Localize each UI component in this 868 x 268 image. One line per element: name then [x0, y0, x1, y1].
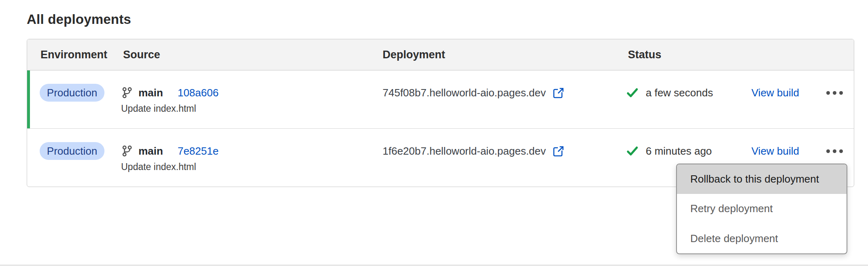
row-actions-menu-button[interactable] [823, 142, 846, 160]
external-link-icon[interactable] [551, 144, 565, 158]
ellipsis-dot [839, 91, 843, 95]
branch-name: main [138, 145, 163, 157]
success-check-icon [626, 87, 638, 98]
menu-item-rollback[interactable]: Rollback to this deployment [677, 164, 847, 194]
menu-item-retry[interactable]: Retry deployment [677, 194, 847, 223]
header-environment: Environment [40, 39, 107, 70]
header-deployment: Deployment [383, 39, 445, 70]
header-source: Source [123, 39, 160, 70]
git-branch-icon [122, 87, 132, 98]
external-link-icon[interactable] [551, 86, 565, 100]
deployment-cell: 1f6e20b7.helloworld-aio.pages.dev [383, 142, 565, 160]
ellipsis-dot [833, 149, 836, 153]
environment-badge: Production [40, 142, 104, 160]
commit-link[interactable]: 108a606 [178, 87, 219, 99]
success-check-icon [626, 146, 638, 156]
table-header-row: Environment Source Deployment Status [27, 39, 854, 70]
status-cell: 6 minutes ago [626, 142, 712, 160]
status-time: 6 minutes ago [646, 145, 712, 157]
commit-link[interactable]: 7e8251e [178, 145, 219, 157]
environment-badge: Production [40, 84, 104, 102]
header-status: Status [628, 39, 662, 70]
status-cell: a few seconds [626, 84, 713, 102]
source-cell: main 108a606 [122, 84, 219, 102]
source-cell: main 7e8251e [122, 142, 219, 160]
row-actions-menu-button[interactable] [823, 84, 846, 102]
page-bottom-divider [0, 265, 868, 266]
ellipsis-dot [839, 149, 843, 153]
deployment-row-current: Production main 108a606 Update index.htm… [27, 70, 854, 129]
status-time: a few seconds [646, 87, 713, 99]
deployment-cell: 745f08b7.helloworld-aio.pages.dev [383, 84, 565, 102]
commit-message: Update index.html [121, 103, 196, 114]
git-branch-icon [122, 145, 132, 157]
deployment-url: 745f08b7.helloworld-aio.pages.dev [383, 87, 546, 99]
commit-message: Update index.html [121, 162, 196, 172]
page-title: All deployments [27, 11, 131, 28]
live-deployment-indicator [27, 70, 30, 128]
ellipsis-dot [833, 91, 836, 95]
deployment-url: 1f6e20b7.helloworld-aio.pages.dev [383, 145, 546, 157]
ellipsis-dot [826, 149, 830, 153]
view-build-link[interactable]: View build [751, 142, 799, 160]
deployment-actions-menu: Rollback to this deployment Retry deploy… [676, 164, 847, 254]
branch-name: main [138, 87, 163, 99]
view-build-link[interactable]: View build [751, 84, 799, 102]
menu-item-delete[interactable]: Delete deployment [677, 224, 847, 253]
ellipsis-dot [826, 91, 830, 95]
